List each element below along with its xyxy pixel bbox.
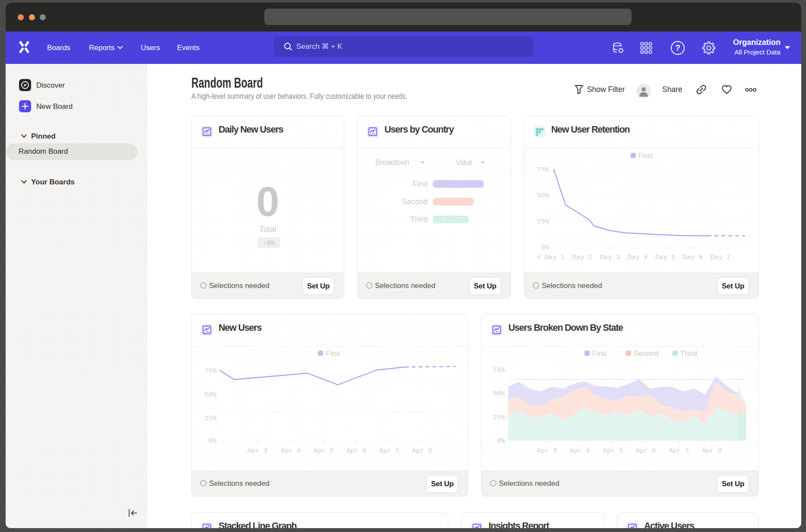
- svg-text:Second: Second: [634, 349, 659, 358]
- svg-text:Day 1: Day 1: [545, 253, 565, 261]
- svg-text:Day 5: Day 5: [655, 253, 676, 261]
- svg-text:Apr 7: Apr 7: [669, 447, 689, 455]
- svg-text:25%: 25%: [537, 218, 549, 225]
- svg-text:First: First: [638, 152, 653, 160]
- svg-text:25%: 25%: [204, 415, 217, 422]
- svg-text:50%: 50%: [493, 390, 505, 397]
- svg-text:75%: 75%: [493, 366, 505, 374]
- svg-text:25%: 25%: [493, 414, 505, 421]
- svg-text:Day 3: Day 3: [600, 253, 620, 261]
- svg-text:50%: 50%: [537, 192, 549, 200]
- svg-text:75%: 75%: [204, 367, 217, 375]
- svg-text:Apr 5: Apr 5: [603, 447, 623, 455]
- svg-text:Day 4: Day 4: [628, 253, 648, 261]
- svg-text:Day 2: Day 2: [572, 253, 593, 261]
- svg-text:Apr 8: Apr 8: [412, 447, 432, 455]
- svg-text:Apr 6: Apr 6: [346, 447, 367, 455]
- svg-text:50%: 50%: [204, 391, 217, 399]
- svg-text:Day 6: Day 6: [683, 253, 703, 261]
- svg-text:<: <: [536, 253, 540, 261]
- svg-text:0%: 0%: [497, 437, 505, 445]
- svg-text:Apr 5: Apr 5: [314, 447, 334, 455]
- svg-text:Apr 3: Apr 3: [248, 447, 268, 455]
- svg-text:Apr 6: Apr 6: [636, 447, 656, 455]
- svg-text:75%: 75%: [537, 166, 549, 174]
- svg-text:Apr 3: Apr 3: [537, 447, 557, 455]
- svg-text:Day 7: Day 7: [711, 253, 731, 261]
- svg-text:First: First: [592, 349, 606, 358]
- svg-text:0%: 0%: [541, 244, 549, 251]
- svg-text:Apr 7: Apr 7: [379, 447, 400, 455]
- svg-text:0%: 0%: [208, 437, 216, 445]
- svg-text:Apr 8: Apr 8: [702, 447, 722, 455]
- svg-text:Apr 4: Apr 4: [570, 447, 590, 455]
- svg-text:Apr 4: Apr 4: [281, 447, 301, 455]
- svg-text:First: First: [326, 349, 340, 358]
- svg-text:Third: Third: [680, 349, 697, 358]
